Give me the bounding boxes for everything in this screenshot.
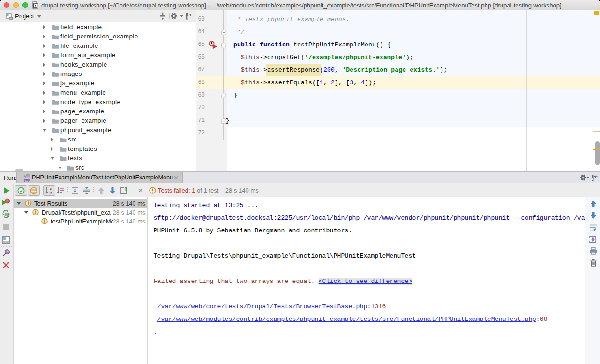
svg-text:php: php [24, 178, 30, 182]
svg-text:z: z [50, 191, 52, 195]
